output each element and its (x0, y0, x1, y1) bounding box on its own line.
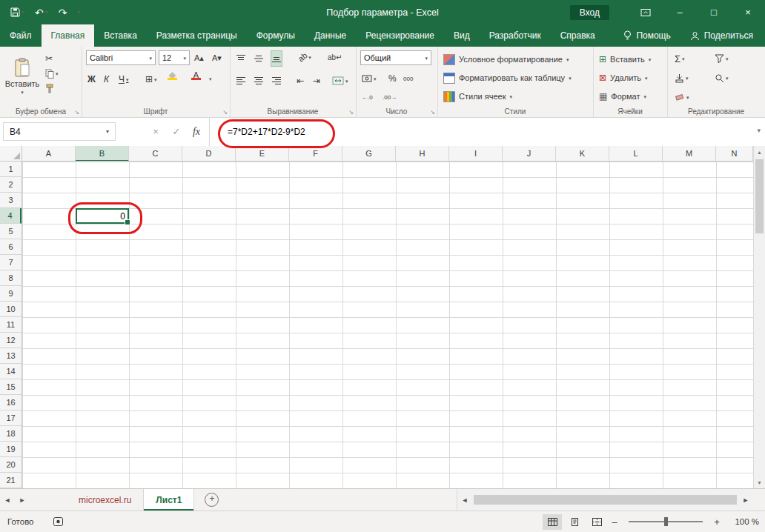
vertical-scrollbar-thumb[interactable] (755, 159, 764, 233)
row-header-5[interactable]: 5 (0, 224, 21, 239)
cut-button[interactable]: ✂ (43, 51, 61, 66)
font-family-combo[interactable]: Calibri ▾ (86, 50, 156, 65)
name-box[interactable]: B4 ▾ (3, 122, 116, 141)
sheet-tab-microexcel-ru[interactable]: microexcel.ru (67, 489, 144, 511)
row-header-4[interactable]: 4 (0, 208, 21, 224)
percent-style-button[interactable]: % (388, 71, 397, 86)
italic-button[interactable]: К (104, 72, 109, 87)
underline-button[interactable]: Ч▾ (119, 72, 129, 87)
font-color-dropdown-icon[interactable]: ▾ (209, 76, 212, 82)
share-button[interactable]: Поделиться (690, 30, 753, 41)
fill-color-button[interactable] (168, 72, 177, 87)
clear-button[interactable]: ▾ (675, 90, 689, 104)
row-header-16[interactable]: 16 (0, 395, 21, 410)
normal-view-button[interactable] (543, 514, 562, 530)
row-header-18[interactable]: 18 (0, 426, 21, 442)
copy-button[interactable]: ▾ (43, 66, 61, 81)
ribbon-tab-insert[interactable]: Вставка (94, 24, 147, 47)
row-header-3[interactable]: 3 (0, 193, 21, 208)
column-header-l[interactable]: L (609, 146, 663, 162)
increase-indent-button[interactable]: ⇥ (313, 73, 320, 88)
decrease-decimal-button[interactable]: .00→ (382, 90, 397, 104)
conditional-formatting-button[interactable]: Условное форматирование ▾ (443, 52, 569, 67)
row-header-21[interactable]: 21 (0, 473, 21, 488)
column-header-m[interactable]: M (663, 146, 716, 162)
alignment-dialog-launcher-icon[interactable]: ↘ (348, 109, 354, 116)
align-left-button[interactable] (236, 73, 246, 88)
column-header-e[interactable]: E (236, 146, 289, 162)
hscroll-right-icon[interactable]: ► (738, 496, 753, 504)
clipboard-dialog-launcher-icon[interactable]: ↘ (74, 109, 79, 116)
cancel-button[interactable]: × (147, 122, 165, 141)
wrap-text-button[interactable]: ab↵ (328, 50, 342, 64)
column-header-n[interactable]: N (716, 146, 753, 162)
find-select-button[interactable]: ▾ (715, 70, 729, 85)
bold-button[interactable]: Ж (87, 72, 96, 87)
column-header-g[interactable]: G (342, 146, 396, 162)
ribbon-tab-home[interactable]: Главная (42, 24, 95, 47)
comma-style-button[interactable]: 000 (403, 71, 413, 86)
fill-handle[interactable] (125, 219, 130, 225)
scroll-up-icon[interactable]: ▲ (754, 146, 765, 158)
column-header-f[interactable]: F (289, 146, 342, 162)
align-middle-button[interactable] (254, 51, 264, 66)
align-right-button[interactable] (271, 73, 282, 88)
fill-button[interactable]: ▾ (675, 70, 689, 85)
tell-me-help-button[interactable]: Помощь (623, 30, 670, 41)
column-header-h[interactable]: H (396, 146, 449, 162)
format-cells-button[interactable]: ▦ Формат ▾ (599, 89, 646, 104)
minimize-button[interactable]: – (663, 0, 697, 24)
number-dialog-launcher-icon[interactable]: ↘ (430, 109, 435, 116)
column-header-b[interactable]: B (76, 146, 129, 162)
grow-font-button[interactable]: А▴ (194, 50, 204, 65)
active-cell[interactable]: 0 (76, 208, 129, 224)
hscroll-left-icon[interactable]: ◄ (457, 496, 472, 504)
paste-button[interactable]: Вставить ▾ (4, 50, 40, 103)
row-header-1[interactable]: 1 (0, 162, 21, 177)
row-header-12[interactable]: 12 (0, 333, 21, 348)
insert-cells-button[interactable]: ⊞ Вставить ▾ (599, 52, 651, 67)
column-header-a[interactable]: A (22, 146, 76, 162)
row-header-17[interactable]: 17 (0, 410, 21, 426)
customize-quick-access-button[interactable]: ▾ (78, 10, 81, 16)
column-header-c[interactable]: C (129, 146, 182, 162)
align-bottom-button[interactable] (271, 51, 282, 66)
ribbon-tab-formulas[interactable]: Формулы (247, 24, 305, 47)
zoom-slider-thumb[interactable] (664, 517, 668, 526)
row-header-6[interactable]: 6 (0, 239, 21, 255)
align-top-button[interactable] (236, 51, 246, 66)
borders-button[interactable]: ⊞▾ (145, 72, 157, 87)
formula-input[interactable]: =7*D2+17*D2-9*D2 (209, 118, 749, 146)
save-button[interactable]: ▾ (10, 7, 24, 17)
row-header-10[interactable]: 10 (0, 302, 21, 317)
row-header-2[interactable]: 2 (0, 177, 21, 193)
sort-filter-button[interactable]: ▾ (715, 51, 729, 66)
undo-button[interactable]: ↶▾ (35, 7, 48, 19)
insert-function-button[interactable]: fx (187, 122, 206, 141)
row-header-20[interactable]: 20 (0, 457, 21, 473)
font-color-button[interactable]: А (191, 70, 201, 85)
page-layout-view-button[interactable] (565, 514, 584, 530)
accounting-format-button[interactable]: ▾ (362, 71, 377, 86)
select-all-button[interactable] (0, 146, 22, 162)
ribbon-tab-review[interactable]: Рецензирование (356, 24, 444, 47)
align-center-button[interactable] (254, 73, 264, 88)
zoom-slider[interactable] (629, 521, 703, 522)
orientation-button[interactable]: ab▾ (298, 50, 311, 64)
decrease-indent-button[interactable]: ⇤ (297, 73, 304, 88)
font-dialog-launcher-icon[interactable]: ↘ (222, 109, 228, 116)
merge-center-button[interactable]: ▾ (332, 73, 348, 88)
zoom-in-button[interactable]: + (712, 516, 722, 528)
column-header-k[interactable]: K (556, 146, 609, 162)
ribbon-tab-developer[interactable]: Разработчик (480, 24, 551, 47)
scroll-down-icon[interactable]: ▼ (754, 476, 765, 488)
format-painter-button[interactable] (43, 81, 61, 96)
row-header-8[interactable]: 8 (0, 270, 21, 286)
formula-bar-expand-icon[interactable]: ▾ (757, 127, 761, 134)
increase-decimal-button[interactable]: ←.0 (362, 90, 373, 104)
font-size-combo[interactable]: 12 ▾ (159, 50, 190, 65)
ribbon-tab-view[interactable]: Вид (444, 24, 480, 47)
row-header-19[interactable]: 19 (0, 442, 21, 457)
zoom-out-button[interactable]: – (609, 516, 620, 528)
sheet-nav-right-icon[interactable]: ► (15, 489, 30, 511)
